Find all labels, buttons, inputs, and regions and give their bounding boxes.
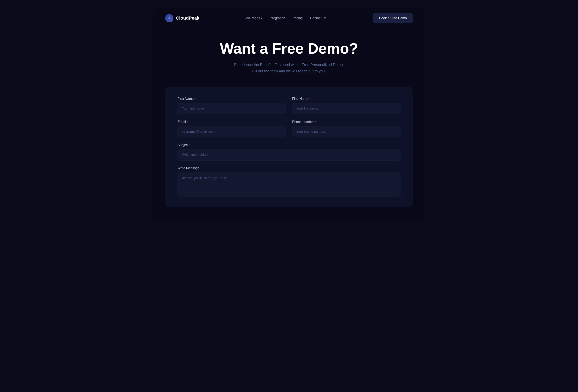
form-group-message: Write Message (178, 166, 400, 197)
form-row-message: Write Message (178, 166, 400, 197)
phone-input[interactable] (292, 126, 400, 137)
form-group-phone: Phone number * (292, 120, 400, 137)
form-group-first-name-right: First Name * (292, 97, 400, 114)
first-name-left-input[interactable] (178, 103, 286, 114)
label-message: Write Message (178, 166, 400, 170)
form-group-email: Email * (178, 120, 286, 137)
form-card: First Name * First Name * E (165, 87, 413, 207)
svg-point-2 (170, 17, 171, 18)
chevron-down-icon: ▾ (261, 17, 262, 20)
label-phone: Phone number * (292, 120, 400, 124)
logo-text: CloudPeak (176, 15, 199, 21)
svg-point-4 (168, 18, 169, 19)
required-star-first-name-right: * (309, 97, 310, 101)
logo-area: CloudPeak (165, 14, 199, 22)
svg-point-3 (169, 16, 170, 18)
book-demo-button[interactable]: Book a Free Demo (373, 13, 413, 23)
subject-input[interactable] (178, 149, 400, 161)
logo-icon (165, 14, 173, 22)
message-textarea[interactable] (178, 172, 400, 197)
nav-all-pages[interactable]: All Pages ▾ (246, 16, 262, 20)
page-wrapper: CloudPeak All Pages ▾ Integration Pricin… (153, 8, 425, 219)
svg-point-5 (170, 18, 171, 19)
form-group-subject: Subject * (178, 143, 400, 161)
label-subject: Subject * (178, 143, 400, 147)
first-name-right-input[interactable] (292, 103, 400, 114)
nav-links: All Pages ▾ Integration Pricing Contact … (246, 16, 326, 20)
hero-title: Want a Free Demo? (165, 41, 413, 57)
form-group-first-name-left: First Name * (178, 97, 286, 114)
label-email: Email * (178, 120, 286, 124)
nav-integration[interactable]: Integration (270, 16, 285, 20)
label-first-name-right: First Name * (292, 97, 400, 101)
nav-contact-us[interactable]: Contact Us (310, 16, 326, 20)
svg-point-1 (168, 17, 169, 18)
required-star-subject: * (189, 143, 191, 147)
contact-form: First Name * First Name * E (178, 97, 400, 197)
hero-subtitle: Experience the Benefits Firsthand with a… (165, 62, 413, 74)
nav-pricing[interactable]: Pricing (292, 16, 303, 20)
form-row-email-phone: Email * Phone number * (178, 120, 400, 137)
navbar: CloudPeak All Pages ▾ Integration Pricin… (153, 8, 425, 28)
required-star-phone: * (315, 120, 316, 124)
form-row-names: First Name * First Name * (178, 97, 400, 114)
label-first-name-left: First Name * (178, 97, 286, 101)
required-star-email: * (187, 120, 188, 124)
email-input[interactable] (178, 126, 286, 137)
form-row-subject: Subject * (178, 143, 400, 161)
hero-section: Want a Free Demo? Experience the Benefit… (153, 28, 425, 83)
required-star-first-name-left: * (194, 97, 196, 101)
